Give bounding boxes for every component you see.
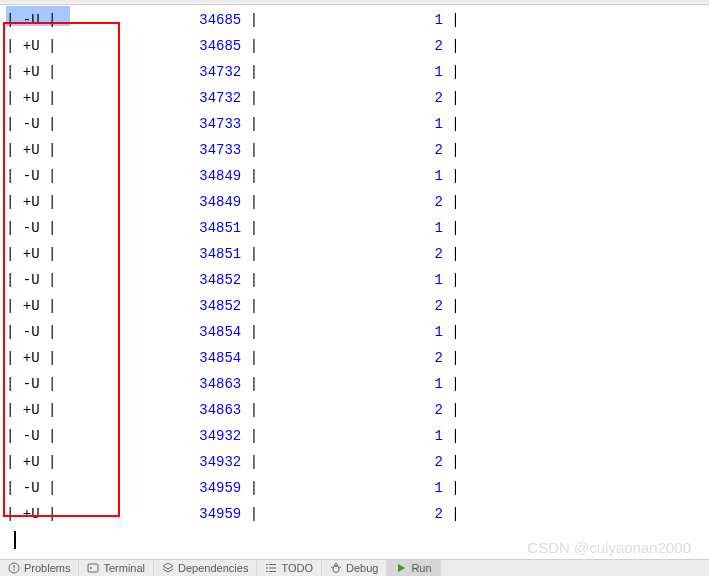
console-row: | +U | 34854 | 2 | xyxy=(6,345,703,371)
svg-rect-1 xyxy=(13,565,14,569)
tab-terminal[interactable]: Terminal xyxy=(79,560,154,576)
tab-problems[interactable]: Problems xyxy=(0,560,79,576)
svg-rect-7 xyxy=(269,568,276,569)
console-row: | +U | 34851 | 2 | xyxy=(6,241,703,267)
console-row: | -U | 34685 | 1 | xyxy=(6,7,703,33)
bug-icon xyxy=(330,562,342,574)
console-row: | +U | 34932 | 2 | xyxy=(6,449,703,475)
tab-label: TODO xyxy=(281,562,313,574)
tab-run[interactable]: Run xyxy=(387,560,440,576)
console-row: | -U | 34849 | 1 | xyxy=(6,163,703,189)
terminal-icon xyxy=(87,562,99,574)
svg-line-13 xyxy=(339,567,341,568)
tab-label: Debug xyxy=(346,562,378,574)
tab-dependencies[interactable]: Dependencies xyxy=(154,560,257,576)
svg-line-12 xyxy=(331,567,333,568)
layers-icon xyxy=(162,562,174,574)
tab-todo[interactable]: TODO xyxy=(257,560,322,576)
tab-debug[interactable]: Debug xyxy=(322,560,387,576)
svg-rect-5 xyxy=(269,564,276,565)
tab-label: Run xyxy=(411,562,431,574)
svg-rect-2 xyxy=(13,570,14,571)
console-row: | +U | 34863 | 2 | xyxy=(6,397,703,423)
console-row: | +U | 34733 | 2 | xyxy=(6,137,703,163)
console-row: | -U | 34863 | 1 | xyxy=(6,371,703,397)
warning-icon xyxy=(8,562,20,574)
console-row: | +U | 34849 | 2 | xyxy=(6,189,703,215)
tab-label: Problems xyxy=(24,562,70,574)
console-row: | -U | 34851 | 1 | xyxy=(6,215,703,241)
console-row: | +U | 34732 | 1 | xyxy=(6,59,703,85)
play-icon xyxy=(395,562,407,574)
console-row: | -U | 34852 | 1 | xyxy=(6,267,703,293)
svg-rect-4 xyxy=(266,564,268,565)
console-row: | -U | 34854 | 1 | xyxy=(6,319,703,345)
console-row: | +U | 34959 | 2 | xyxy=(6,501,703,527)
svg-rect-9 xyxy=(269,571,276,572)
tab-label: Terminal xyxy=(103,562,145,574)
tab-label: Dependencies xyxy=(178,562,248,574)
console-row: | +U | 34732 | 2 | xyxy=(6,85,703,111)
svg-rect-8 xyxy=(266,571,268,572)
console-row: | +U | 34852 | 2 | xyxy=(6,293,703,319)
svg-rect-6 xyxy=(266,568,268,569)
console-row: | +U | 34685 | 2 | xyxy=(6,33,703,59)
console-output[interactable]: | -U | 34685 | 1 || +U | 34685 | 2 || +U… xyxy=(0,5,709,553)
list-icon xyxy=(265,562,277,574)
svg-rect-3 xyxy=(88,564,98,572)
cursor-line xyxy=(6,527,703,553)
console-row: | -U | 34932 | 1 | xyxy=(6,423,703,449)
bottom-tool-tabs: Problems Terminal Dependencies TODO Debu… xyxy=(0,559,709,576)
console-row: | -U | 34733 | 1 | xyxy=(6,111,703,137)
console-row: | -U | 34959 | 1 | xyxy=(6,475,703,501)
